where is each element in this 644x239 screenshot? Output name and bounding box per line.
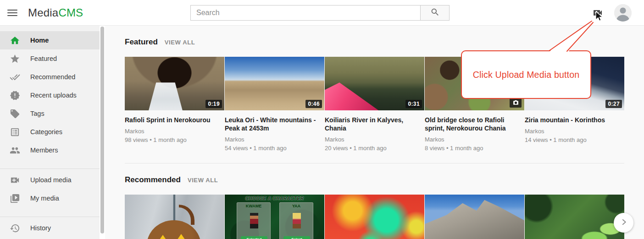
sidebar-scrollbar[interactable] xyxy=(100,27,104,234)
video-card: 0:31 Koiliaris River in Kalyves, Chania … xyxy=(325,57,424,152)
sidebar-item-home[interactable]: Home xyxy=(0,31,100,49)
video-card xyxy=(425,195,524,239)
featured-section-title: Featured xyxy=(125,38,158,47)
new-releases-icon xyxy=(9,90,20,101)
featured-view-all-link[interactable]: VIEW ALL xyxy=(165,39,195,46)
hamburger-menu-icon[interactable] xyxy=(6,7,18,18)
video-meta: 54 views • 1 month ago xyxy=(225,145,324,152)
video-thumbnail-mountains[interactable]: 0:46 xyxy=(225,57,324,110)
video-card: 0:19 Rafioli Sprint in Nerokourou Markos… xyxy=(125,57,224,152)
duration-badge: 0:19 xyxy=(205,100,222,108)
duration-badge: 0:31 xyxy=(405,100,422,108)
upload-media-button[interactable] xyxy=(591,7,604,18)
video-title[interactable]: Rafioli Sprint in Nerokourou xyxy=(125,116,224,124)
upload-media-icon xyxy=(591,12,604,20)
sidebar-item-featured[interactable]: Featured xyxy=(0,49,100,68)
recommended-card-row: CHOOSE A CHARACTER KWAME Selected YAA Se… xyxy=(125,195,644,239)
sidebar-item-categories[interactable]: Categories xyxy=(0,123,100,141)
game-character-sprite xyxy=(293,213,301,228)
sidebar-item-upload-media[interactable]: Upload media xyxy=(0,171,100,189)
video-meta: 98 views • 1 month ago xyxy=(125,136,224,143)
search-input[interactable] xyxy=(190,5,421,21)
video-thumbnail-paper-pumpkin[interactable] xyxy=(125,195,224,239)
home-icon xyxy=(9,35,20,46)
sidebar-divider xyxy=(0,168,100,169)
tutorial-callout: Click Upload Media button xyxy=(461,50,591,99)
game-character-panel: YAA Select xyxy=(279,202,313,239)
sidebar-item-history[interactable]: History xyxy=(0,219,100,237)
video-meta: 14 views • 1 month ago xyxy=(525,136,624,143)
video-thumbnail-green-leaves[interactable] xyxy=(525,195,624,239)
sidebar-item-members[interactable]: Members xyxy=(0,141,100,159)
video-card xyxy=(325,195,424,239)
search-icon xyxy=(430,7,440,19)
video-title[interactable]: Old bridge close to Rafioli sprint, Nero… xyxy=(425,116,524,132)
logo-cms-text: CMS xyxy=(58,6,83,19)
people-icon xyxy=(9,145,20,156)
game-character-sprite xyxy=(250,213,258,228)
video-meta: 8 views • 1 month ago xyxy=(425,145,524,152)
video-author[interactable]: Markos xyxy=(225,136,324,143)
game-character-panel: KWAME Selected xyxy=(237,202,271,239)
photo-camera-badge xyxy=(510,98,522,108)
sidebar-divider xyxy=(0,217,100,217)
video-card: 0:46 Leuka Ori - White mountains - Peak … xyxy=(225,57,324,152)
video-thumbnail-river-kayak[interactable]: 0:31 xyxy=(325,57,424,110)
video-thumbnail-game-character-select[interactable]: CHOOSE A CHARACTER KWAME Selected YAA Se… xyxy=(225,195,324,239)
top-bar: MediaCMS xyxy=(0,0,644,26)
section-divider xyxy=(125,163,624,163)
tutorial-callout-text: Click Upload Media button xyxy=(473,70,580,80)
sidebar-item-recent-uploads[interactable]: Recent uploads xyxy=(0,86,100,104)
video-meta: 20 views • 1 month ago xyxy=(325,145,424,152)
duration-badge: 0:27 xyxy=(605,100,622,108)
sidebar-item-recommended[interactable]: Recommended xyxy=(0,68,100,86)
recommended-view-all-link[interactable]: VIEW ALL xyxy=(188,177,218,184)
double-check-icon xyxy=(9,71,20,82)
chevron-right-icon xyxy=(620,218,628,228)
user-avatar[interactable] xyxy=(614,4,632,22)
video-thumbnail-rocky-mountain[interactable] xyxy=(425,195,524,239)
sidebar-container: Home Featured Recommended Recent uploads… xyxy=(0,26,105,239)
search-area xyxy=(190,5,450,21)
game-heading-text: CHOOSE A CHARACTER xyxy=(225,196,324,201)
video-title[interactable]: Leuka Ori - White mountains - Peak at 24… xyxy=(225,116,324,132)
duration-badge: 0:46 xyxy=(305,100,322,108)
pumpkin-stem xyxy=(179,205,194,225)
video-card: CHOOSE A CHARACTER KWAME Selected YAA Se… xyxy=(225,195,324,239)
sidebar-item-my-media[interactable]: My media xyxy=(0,189,100,207)
video-library-icon xyxy=(9,193,20,204)
video-author[interactable]: Markos xyxy=(125,128,224,135)
sidebar-item-tags[interactable]: Tags xyxy=(0,104,100,123)
sidebar: Home Featured Recommended Recent uploads… xyxy=(0,26,100,239)
video-author[interactable]: Markos xyxy=(425,136,524,143)
star-icon xyxy=(9,53,20,64)
video-call-icon xyxy=(9,174,20,185)
video-card xyxy=(525,195,624,239)
video-thumbnail-color-blur[interactable] xyxy=(325,195,424,239)
list-box-icon xyxy=(9,126,20,137)
tag-icon xyxy=(9,108,20,119)
carousel-next-button[interactable] xyxy=(614,213,633,233)
video-author[interactable]: Markos xyxy=(525,128,624,135)
featured-section-header: Featured VIEW ALL xyxy=(125,38,644,47)
search-button[interactable] xyxy=(421,5,450,21)
video-author[interactable]: Markos xyxy=(325,136,424,143)
video-thumbnail-fountain[interactable]: 0:19 xyxy=(125,57,224,110)
recommended-section-header: Recommended VIEW ALL xyxy=(125,175,644,185)
logo-media-text: Media xyxy=(28,6,58,19)
video-title[interactable]: Koiliaris River in Kalyves, Chania xyxy=(325,116,424,132)
video-card xyxy=(125,195,224,239)
history-clock-icon xyxy=(9,223,20,234)
mediacms-page: MediaCMS Hom xyxy=(0,0,644,239)
logo[interactable]: MediaCMS xyxy=(28,6,83,19)
video-title[interactable]: Ziria mountain - Korinthos xyxy=(525,116,624,124)
recommended-section-title: Recommended xyxy=(125,175,181,185)
